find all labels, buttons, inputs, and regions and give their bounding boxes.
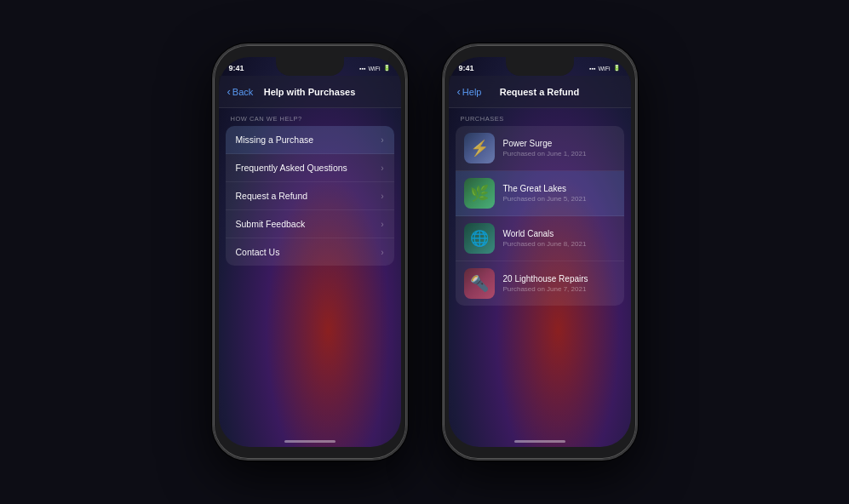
menu-item-label-contact: Contact Us	[236, 247, 280, 257]
wifi-icon: WiFi	[369, 66, 381, 72]
phone-2-navbar: ‹ Help Request a Refund	[449, 76, 631, 108]
thumb-lighthouse: 🔦	[464, 268, 495, 299]
nav-title-1: Help with Purchases	[264, 87, 356, 97]
thumb-great-lakes: 🌿	[464, 178, 495, 209]
signal-icon-2: ▪▪▪	[589, 66, 595, 72]
purchase-date-world-canals: Purchased on June 8, 2021	[503, 240, 616, 248]
back-chevron-2: ‹	[457, 85, 461, 98]
menu-item-label-faq: Frequently Asked Questions	[236, 163, 347, 173]
scene: 9:41 ▪▪▪ WiFi 🔋 ‹ Back Help with Purchas…	[0, 0, 849, 504]
power-surge-icon: ⚡	[464, 133, 495, 163]
home-indicator-1	[284, 440, 336, 443]
menu-item-faq[interactable]: Frequently Asked Questions ›	[226, 154, 394, 182]
back-chevron-1: ‹	[227, 85, 231, 98]
menu-chevron-refund: ›	[381, 192, 383, 201]
menu-chevron-faq: ›	[381, 163, 383, 173]
thumb-world-canals: 🌐	[464, 223, 495, 254]
phone-1-navbar: ‹ Back Help with Purchases	[219, 76, 401, 108]
menu-chevron-missing: ›	[381, 135, 383, 145]
purchase-item-world-canals[interactable]: 🌐 World Canals Purchased on June 8, 2021	[456, 216, 624, 261]
menu-chevron-contact: ›	[381, 248, 383, 257]
nav-title-2: Request a Refund	[500, 87, 580, 97]
back-button-1[interactable]: ‹ Back	[227, 86, 254, 98]
menu-item-missing-purchase[interactable]: Missing a Purchase ›	[226, 126, 394, 154]
purchase-name-world-canals: World Canals	[503, 229, 616, 238]
back-label-2: Help	[462, 87, 482, 97]
volume-buttons	[212, 164, 214, 207]
status-time-1: 9:41	[229, 64, 244, 72]
mute-button	[212, 130, 214, 156]
section-header-1: HOW CAN WE HELP?	[219, 108, 401, 126]
status-icons-1: ▪▪▪ WiFi 🔋	[359, 65, 390, 72]
power-button-2	[636, 156, 638, 215]
wifi-icon-2: WiFi	[599, 66, 611, 72]
purchase-item-great-lakes[interactable]: 🌿 The Great Lakes Purchased on June 5, 2…	[456, 171, 624, 216]
phone-1-content: HOW CAN WE HELP? Missing a Purchase › Fr…	[219, 108, 401, 447]
menu-item-feedback[interactable]: Submit Feedback ›	[226, 210, 394, 238]
purchase-item-power-surge[interactable]: ⚡ Power Surge Purchased on June 1, 2021	[456, 126, 624, 171]
battery-icon: 🔋	[383, 65, 391, 72]
phone-1-screen: 9:41 ▪▪▪ WiFi 🔋 ‹ Back Help with Purchas…	[219, 57, 401, 447]
great-lakes-icon: 🌿	[464, 178, 495, 209]
menu-item-contact[interactable]: Contact Us ›	[226, 238, 394, 266]
phone-2: 9:41 ▪▪▪ WiFi 🔋 ‹ Help Request a Refund …	[442, 43, 638, 461]
world-canals-icon: 🌐	[464, 223, 495, 254]
power-button	[406, 156, 408, 215]
section-header-2: PURCHASES	[449, 108, 631, 126]
purchase-date-great-lakes: Purchased on June 5, 2021	[503, 195, 616, 203]
back-label-1: Back	[232, 87, 253, 97]
mute-button-2	[442, 130, 444, 156]
battery-icon-2: 🔋	[613, 65, 621, 72]
signal-icon: ▪▪▪	[359, 66, 365, 72]
purchase-list: ⚡ Power Surge Purchased on June 1, 2021 …	[456, 126, 624, 306]
back-button-2[interactable]: ‹ Help	[457, 86, 482, 98]
menu-item-label-missing: Missing a Purchase	[236, 135, 314, 145]
lighthouse-icon: 🔦	[464, 268, 495, 299]
notch-1	[276, 57, 344, 76]
phone-2-content: PURCHASES ⚡ Power Surge Purchased on Jun…	[449, 108, 631, 447]
menu-item-label-feedback: Submit Feedback	[236, 219, 306, 229]
thumb-power-surge: ⚡	[464, 133, 495, 163]
purchase-info-lighthouse: 20 Lighthouse Repairs Purchased on June …	[503, 274, 616, 293]
status-time-2: 9:41	[459, 64, 474, 72]
volume-buttons-2	[442, 164, 444, 207]
purchase-name-great-lakes: The Great Lakes	[503, 184, 616, 193]
phone-2-screen: 9:41 ▪▪▪ WiFi 🔋 ‹ Help Request a Refund …	[449, 57, 631, 447]
menu-list-1: Missing a Purchase › Frequently Asked Qu…	[226, 126, 394, 266]
phone-1: 9:41 ▪▪▪ WiFi 🔋 ‹ Back Help with Purchas…	[212, 43, 408, 461]
purchase-date-power-surge: Purchased on June 1, 2021	[503, 150, 616, 158]
menu-chevron-feedback: ›	[381, 220, 383, 229]
notch-2	[506, 57, 574, 76]
purchase-name-lighthouse: 20 Lighthouse Repairs	[503, 274, 616, 284]
home-indicator-2	[514, 440, 565, 443]
menu-item-refund[interactable]: Request a Refund ›	[226, 182, 394, 210]
menu-item-label-refund: Request a Refund	[236, 191, 308, 201]
purchase-item-lighthouse[interactable]: 🔦 20 Lighthouse Repairs Purchased on Jun…	[456, 261, 624, 306]
purchase-info-great-lakes: The Great Lakes Purchased on June 5, 202…	[503, 184, 616, 203]
purchase-date-lighthouse: Purchased on June 7, 2021	[503, 285, 616, 293]
purchase-name-power-surge: Power Surge	[503, 139, 616, 148]
purchase-info-power-surge: Power Surge Purchased on June 1, 2021	[503, 139, 616, 158]
status-icons-2: ▪▪▪ WiFi 🔋	[589, 65, 620, 72]
purchase-info-world-canals: World Canals Purchased on June 8, 2021	[503, 229, 616, 248]
